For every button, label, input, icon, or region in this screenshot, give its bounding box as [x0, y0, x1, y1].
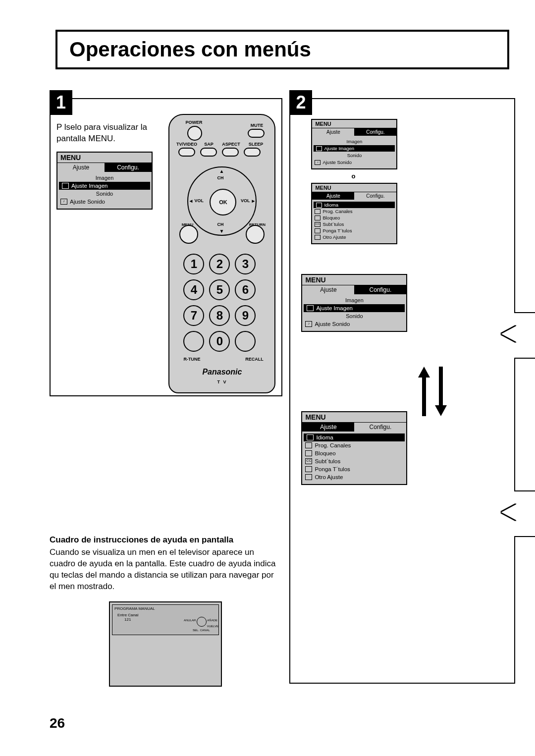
cc-icon: CC — [315, 222, 321, 227]
side-frame-upper — [514, 312, 535, 359]
power-label: POWER — [181, 120, 206, 125]
menu-row-subtitulos[interactable]: CCSubt´tulos — [312, 221, 396, 227]
aspect-label: ASPECT — [220, 142, 242, 147]
num-7[interactable]: 7 — [183, 305, 204, 326]
tab-configu[interactable]: Configu. — [354, 192, 396, 200]
return-button[interactable] — [246, 225, 265, 244]
step-2-number: 2 — [289, 90, 312, 115]
arrow-left-icon: ◄ — [188, 198, 193, 204]
recall-label: RECALL — [242, 357, 267, 362]
picture-icon — [62, 183, 69, 189]
ok-button[interactable]: OK — [210, 189, 236, 216]
menu-row-bloqueo[interactable]: Bloqueo — [312, 215, 396, 221]
globe-icon — [307, 434, 314, 440]
menu-row-ponga-titulos[interactable]: Ponga T´tulos — [312, 227, 396, 234]
menu-row-ajuste-sonido[interactable]: ♪Ajuste Sonido — [302, 320, 406, 328]
help-vuelve: VUELVE — [207, 625, 218, 628]
tab-ajuste[interactable]: Ajuste — [302, 423, 354, 432]
menu-row-ajuste-sonido[interactable]: ♪ Ajuste Sonido — [57, 198, 152, 206]
tab-ajuste[interactable]: Ajuste — [302, 285, 354, 294]
help-sel: SEL. CANAL — [193, 629, 210, 632]
menu-row-subtitulos[interactable]: CCSubt´tulos — [302, 457, 406, 465]
globe-icon — [316, 203, 322, 208]
menu-row-prog-canales[interactable]: Prog. Canales — [312, 208, 396, 215]
rtune-label: R-TUNE — [179, 357, 204, 362]
help-body: Cuando se visualiza un men en el televis… — [50, 547, 277, 593]
num-3[interactable]: 3 — [235, 254, 256, 274]
tab-configu[interactable]: Configu. — [354, 423, 406, 432]
num-4[interactable]: 4 — [183, 279, 204, 300]
tvvideo-button[interactable] — [178, 148, 195, 157]
menu-row-bloqueo[interactable]: Bloqueo — [302, 449, 406, 457]
menu-ajuste-step1: MENU Ajuste Configu. Imagen Ajuste Image… — [56, 152, 153, 210]
page-title: Operaciones con menús — [69, 38, 495, 61]
num-1[interactable]: 1 — [183, 254, 204, 274]
help-dpad-icon — [197, 617, 207, 627]
num-blank-right[interactable] — [235, 331, 256, 352]
arrow-up-icon: ▲ — [219, 168, 224, 174]
label-icon — [315, 228, 321, 233]
tab-configu[interactable]: Configu. — [354, 128, 396, 136]
tvvideo-label: TV/VIDEO — [175, 142, 198, 147]
menu-header: MENU — [302, 275, 406, 285]
sound-icon: ♪ — [315, 160, 321, 165]
step-1-number: 1 — [50, 90, 72, 115]
label-icon — [305, 466, 312, 472]
help-section: Cuadro de instrucciones de ayuda en pant… — [50, 535, 277, 687]
help-anade: AÑADE — [207, 619, 217, 622]
sound-icon: ♪ — [60, 199, 67, 205]
menu-configu-small: MENU Ajuste Configu. Idioma Prog. Canale… — [311, 183, 397, 244]
tab-ajuste[interactable]: Ajuste — [57, 163, 105, 172]
num-blank-left[interactable] — [183, 331, 204, 352]
num-2[interactable]: 2 — [209, 254, 230, 274]
lock-icon — [315, 216, 321, 220]
menu-button[interactable] — [179, 225, 198, 244]
mute-button[interactable] — [248, 129, 265, 138]
lock-icon — [305, 450, 312, 456]
menu-header: MENU — [312, 120, 396, 128]
menu-row-prog-canales[interactable]: Prog. Canales — [302, 441, 406, 449]
menu-section-imagen: Imagen — [57, 174, 152, 182]
num-6[interactable]: 6 — [235, 279, 256, 300]
side-arrow-lower — [501, 504, 516, 520]
menu-section-sonido: Sonido — [312, 152, 396, 159]
wrench-icon — [305, 474, 312, 480]
menu-row-ajuste-sonido[interactable]: ♪Ajuste Sonido — [312, 159, 396, 165]
arrow-down-icon — [436, 367, 446, 416]
ch-up-label: CH — [217, 175, 223, 180]
menu-row-otro-ajuste[interactable]: Otro Ajuste — [302, 473, 406, 481]
menu-ajuste-small: MENU Ajuste Configu. Imagen Ajuste Image… — [311, 119, 397, 169]
cc-icon: CC — [305, 458, 312, 464]
power-button[interactable] — [187, 126, 202, 141]
help-tv-screen: PROGRAMA MANUAL Entre Canal 121 ANULAR A… — [109, 601, 222, 687]
tab-configu[interactable]: Configu. — [105, 163, 152, 172]
num-8[interactable]: 8 — [209, 305, 230, 326]
numpad: 1 2 3 4 5 6 7 8 9 0 — [183, 254, 256, 352]
vol-right-label: VOL — [241, 198, 250, 203]
tab-configu[interactable]: Configu. — [354, 285, 406, 294]
num-0[interactable]: 0 — [209, 331, 230, 352]
sleep-button[interactable] — [244, 148, 261, 157]
step-2-box: 2 MENU Ajuste Configu. Imagen Ajuste Ima… — [289, 98, 515, 684]
arrow-up-icon — [419, 367, 429, 416]
tab-ajuste[interactable]: Ajuste — [312, 128, 354, 136]
menu-row-ponga-titulos[interactable]: Ponga T´tulos — [302, 465, 406, 473]
menu-row-ajuste-imagen[interactable]: Ajuste Imagen — [304, 304, 405, 312]
sap-button[interactable] — [200, 148, 217, 157]
menu-row-otro-ajuste[interactable]: Otro Ajuste — [312, 234, 396, 240]
tab-ajuste[interactable]: Ajuste — [312, 192, 354, 200]
aspect-button[interactable] — [222, 148, 239, 157]
tv-icon — [315, 209, 321, 214]
sound-icon: ♪ — [305, 321, 312, 327]
dpad: OK CH ▲ CH ▼ VOL ◄ VOL ► MENU RETURN — [182, 162, 262, 241]
menu-row-ajuste-imagen[interactable]: Ajuste Imagen — [314, 145, 395, 152]
menu-section-sonido: Sonido — [302, 312, 406, 320]
num-5[interactable]: 5 — [209, 279, 230, 300]
menu-row-idioma[interactable]: Idioma — [304, 433, 405, 441]
menu-header: MENU — [302, 412, 406, 423]
side-frame-lower — [514, 490, 535, 537]
menu-row-ajuste-imagen[interactable]: Ajuste Imagen — [59, 182, 150, 190]
menu-row-idioma[interactable]: Idioma — [314, 202, 395, 208]
num-9[interactable]: 9 — [235, 305, 256, 326]
picture-icon — [316, 146, 322, 151]
